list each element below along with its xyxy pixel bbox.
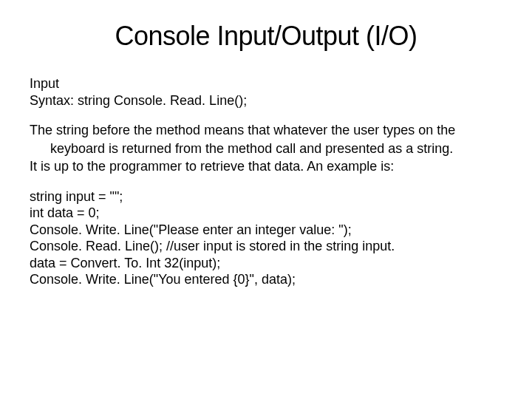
desc-line-2: keyboard is returned from the method cal… — [30, 140, 502, 157]
desc-line-1: The string before the method means that … — [30, 122, 502, 139]
code-line-1: string input = ""; — [30, 188, 502, 205]
slide-title: Console Input/Output (I/O) — [30, 21, 502, 52]
syntax-line: Syntax: string Console. Read. Line(); — [30, 92, 502, 109]
code-line-2: int data = 0; — [30, 205, 502, 222]
description-block: The string before the method means that … — [30, 122, 502, 175]
input-section-label: Input — [30, 75, 502, 92]
code-line-4: Console. Read. Line(); //user input is s… — [30, 238, 502, 255]
code-line-5: data = Convert. To. Int 32(input); — [30, 255, 502, 272]
code-line-3: Console. Write. Line("Please enter an in… — [30, 222, 502, 239]
code-line-6: Console. Write. Line("You entered {0}", … — [30, 271, 502, 288]
desc-line-3: It is up to the programmer to retrieve t… — [30, 158, 502, 175]
